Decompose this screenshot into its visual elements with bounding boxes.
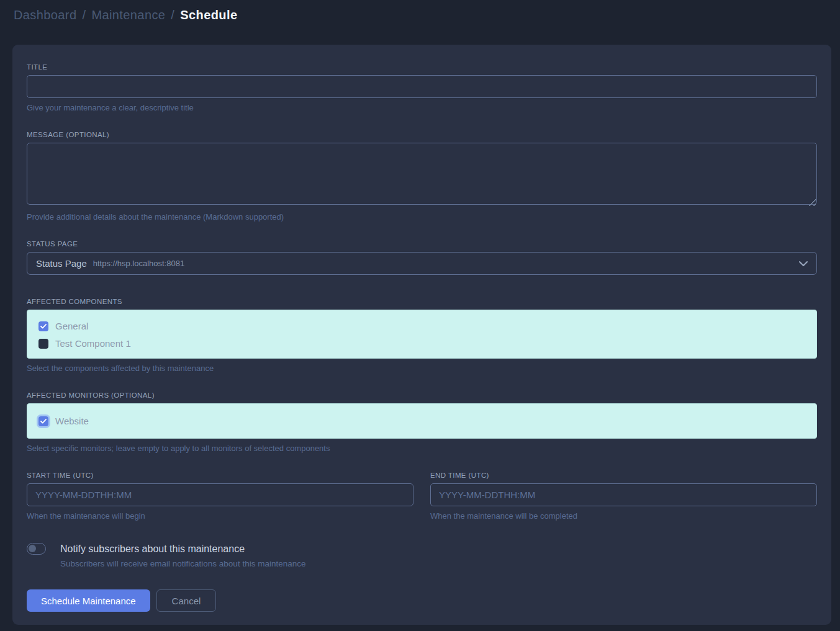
affected-monitors-multiselect: Website: [27, 403, 817, 439]
message-textarea-wrap: [27, 143, 817, 207]
breadcrumb: Dashboard / Maintenance / Schedule: [0, 0, 840, 30]
component-option-label: Test Component 1: [55, 338, 131, 349]
component-option-general[interactable]: General: [38, 320, 808, 333]
breadcrumb-dashboard[interactable]: Dashboard: [14, 8, 76, 22]
affected-monitors-group: AFFECTED MONITORS (OPTIONAL) Website Sel…: [27, 392, 817, 453]
schedule-maintenance-button[interactable]: Schedule Maintenance: [27, 589, 150, 612]
checkbox-checked-icon[interactable]: [38, 321, 48, 331]
affected-monitors-helper: Select specific monitors; leave empty to…: [27, 444, 817, 453]
status-page-selected-name: Status Page: [36, 258, 87, 269]
toggle-knob: [29, 545, 36, 552]
status-page-group: STATUS PAGE Status Page https://hsp.loca…: [27, 240, 817, 275]
breadcrumb-separator: /: [171, 8, 174, 22]
title-group: TITLE Give your maintenance a clear, des…: [27, 63, 817, 112]
status-page-select[interactable]: Status Page https://hsp.localhost:8081: [27, 252, 817, 275]
end-time-group: END TIME (UTC) When the maintenance will…: [430, 472, 817, 521]
start-time-input[interactable]: [27, 483, 413, 506]
start-time-group: START TIME (UTC) When the maintenance wi…: [27, 472, 413, 521]
component-option-label: General: [55, 321, 88, 331]
title-helper: Give your maintenance a clear, descripti…: [27, 103, 817, 112]
message-group: MESSAGE (OPTIONAL) Provide additional de…: [27, 131, 817, 222]
end-time-helper: When the maintenance will be completed: [430, 511, 817, 521]
breadcrumb-maintenance[interactable]: Maintenance: [91, 8, 165, 22]
notify-toggle[interactable]: [27, 543, 46, 555]
breadcrumb-current-schedule: Schedule: [180, 8, 237, 22]
breadcrumb-separator: /: [82, 8, 86, 22]
affected-components-helper: Select the components affected by this m…: [27, 364, 817, 373]
end-time-label: END TIME (UTC): [430, 472, 817, 479]
affected-monitors-label: AFFECTED MONITORS (OPTIONAL): [27, 392, 817, 399]
component-option-test-component-1[interactable]: Test Component 1: [38, 337, 808, 350]
checkbox-checked-icon[interactable]: [38, 416, 48, 426]
checkbox-unchecked-icon[interactable]: [38, 339, 48, 349]
affected-components-label: AFFECTED COMPONENTS: [27, 298, 817, 305]
start-time-label: START TIME (UTC): [27, 472, 413, 479]
monitor-option-website[interactable]: Website: [38, 414, 808, 427]
message-label: MESSAGE (OPTIONAL): [27, 131, 817, 138]
cancel-button[interactable]: Cancel: [156, 589, 217, 612]
notify-helper: Subscribers will receive email notificat…: [60, 559, 817, 568]
message-helper: Provide additional details about the mai…: [27, 212, 817, 222]
start-time-helper: When the maintenance will begin: [27, 511, 413, 521]
affected-components-group: AFFECTED COMPONENTS General Test Compone…: [27, 298, 817, 373]
title-label: TITLE: [27, 63, 817, 71]
form-actions: Schedule Maintenance Cancel: [27, 589, 817, 612]
affected-components-multiselect: General Test Component 1: [27, 310, 817, 359]
status-page-selected-url: https://hsp.localhost:8081: [93, 259, 184, 268]
monitor-option-label: Website: [55, 416, 89, 426]
chevron-down-icon: [799, 261, 808, 266]
title-input[interactable]: [27, 75, 817, 98]
status-page-label: STATUS PAGE: [27, 240, 817, 248]
end-time-input[interactable]: [430, 483, 817, 506]
time-fields-row: START TIME (UTC) When the maintenance wi…: [27, 472, 817, 521]
notify-subscribers-block: Notify subscribers about this maintenanc…: [27, 543, 817, 568]
notify-toggle-label[interactable]: Notify subscribers about this maintenanc…: [60, 544, 245, 555]
schedule-maintenance-form: TITLE Give your maintenance a clear, des…: [12, 45, 831, 625]
message-textarea[interactable]: [27, 143, 817, 205]
